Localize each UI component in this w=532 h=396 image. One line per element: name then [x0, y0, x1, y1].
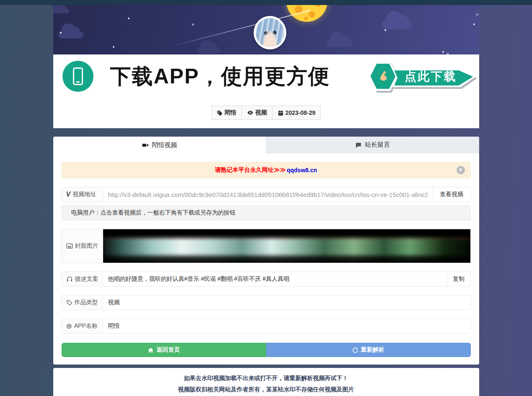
- tab-message[interactable]: 站长留言: [266, 137, 479, 153]
- star: [473, 23, 475, 25]
- cta-label: 点此下载: [405, 69, 463, 85]
- pc-user-note: 电脑用户：点击查看视频后，一般右下角有下载或另存为的按钮: [62, 205, 471, 220]
- footer-line1: 如果去水印视频加载不出来或打不开，请重新解析视频再试下！: [53, 373, 479, 384]
- view-video-button[interactable]: 查看视频: [433, 187, 470, 202]
- notice-link[interactable]: qqdsw8.cn: [287, 167, 317, 173]
- star-sparkle: ✕: [192, 23, 195, 27]
- night-sky-banner: ✕ ✕ ✕: [53, 5, 479, 54]
- tab-bar: 閗愔视频 站长留言: [53, 137, 479, 153]
- meta-tags: 閗愔 视频 2023-: [53, 106, 479, 120]
- meta-tag-type: 视频: [241, 106, 272, 120]
- cover-image: [103, 229, 470, 263]
- shooting-star: [167, 10, 310, 48]
- star-sparkle: ✕: [446, 52, 450, 54]
- comment-icon: [355, 142, 362, 148]
- app-name-value: 閗愔: [103, 319, 470, 333]
- tag-icon: [217, 110, 223, 116]
- work-type-value: 视频: [103, 295, 470, 310]
- star: [113, 46, 114, 48]
- cover-image-label: 封面图片: [62, 229, 103, 263]
- cloud: [197, 47, 220, 54]
- main-card: 閗愔视频 站长留言 请熟记本平台永久网址≫≫ qqdsw8.cn × V: [53, 137, 479, 365]
- close-icon[interactable]: ×: [457, 166, 465, 174]
- notice-text: 请熟记本平台永久网址≫≫: [215, 166, 286, 174]
- image-icon: [66, 243, 73, 249]
- star: [128, 18, 130, 19]
- download-headline: 下载APP，使用更方便: [110, 62, 330, 91]
- moon-illustration: [286, 5, 327, 22]
- footer-line2: 视频版权归相关网站及作者所有，某某袪水印不存储任何视频及图片: [53, 384, 479, 395]
- download-app-banner: 下载APP，使用更方便: [53, 57, 479, 96]
- work-type-label: 作品类型: [62, 295, 103, 310]
- vimeo-v-icon: V: [66, 191, 71, 198]
- download-cta-button[interactable]: 点此下载: [369, 60, 478, 92]
- star: [384, 29, 386, 31]
- app-name-row: ⊛ APP名称 閗愔: [62, 318, 471, 334]
- phone-icon: [62, 61, 93, 92]
- work-type-row: 作品类型 视频: [62, 295, 471, 310]
- price-tag-icon: [66, 300, 73, 306]
- star-sparkle: ✕: [476, 13, 479, 17]
- back-home-button[interactable]: 返回首页: [62, 343, 267, 357]
- notice-bar: 请熟记本平台永久网址≫≫ qqdsw8.cn ×: [62, 162, 471, 179]
- refresh-icon: [352, 347, 358, 353]
- header-section: 下载APP，使用更方便: [53, 54, 479, 128]
- calendar-icon: [278, 110, 284, 116]
- avatar: [254, 16, 286, 49]
- cloud: [382, 20, 412, 29]
- meta-tag-app: 閗愔: [211, 106, 242, 120]
- reparse-button[interactable]: 重新解析: [266, 343, 471, 357]
- star: [60, 32, 62, 34]
- cover-image-row: 封面图片: [62, 229, 471, 263]
- video-url-value[interactable]: http://v3-default.ixigua.com/00dc9c9e070…: [108, 191, 428, 198]
- headphones-icon: [66, 276, 73, 282]
- video-camera-icon: [142, 142, 149, 149]
- footer-card: 如果去水印视频加载不出来或打不开，请重新解析视频再试下！ 视频版权归相关网站及作…: [53, 368, 479, 396]
- hand-pointer-icon: [377, 70, 389, 83]
- copy-button[interactable]: 复制: [447, 272, 470, 286]
- video-url-row: V 视频地址 http://v3-default.ixigua.com/00dc…: [62, 187, 471, 202]
- meta-tag-date: 2023-08-29: [272, 106, 321, 120]
- action-buttons: 返回首页 重新解析: [62, 343, 471, 357]
- cloud: [53, 8, 69, 13]
- eye-icon: [247, 109, 254, 116]
- description-row: 描述文案 他唱的好随意，我听的好认真#音乐 #民谣 #翻唱 #百听不厌 #真人真…: [62, 272, 471, 287]
- video-url-label: V 视频地址: [62, 187, 103, 202]
- description-value: 他唱的好随意，我听的好认真#音乐 #民谣 #翻唱 #百听不厌 #真人真唱: [103, 272, 447, 286]
- description-label: 描述文案: [62, 272, 103, 286]
- cloud: [58, 31, 83, 39]
- cta-ribbon: 点此下载: [393, 66, 476, 87]
- top-strip: [0, 0, 532, 5]
- cloud: [327, 39, 353, 47]
- circled-asterisk-icon: ⊛: [66, 323, 72, 330]
- star: [442, 51, 444, 53]
- app-name-label: ⊛ APP名称: [62, 319, 103, 333]
- card-body: 请熟记本平台永久网址≫≫ qqdsw8.cn × V 视频地址 http://v…: [53, 153, 479, 365]
- home-icon: [148, 347, 154, 353]
- tab-video[interactable]: 閗愔视频: [53, 137, 266, 153]
